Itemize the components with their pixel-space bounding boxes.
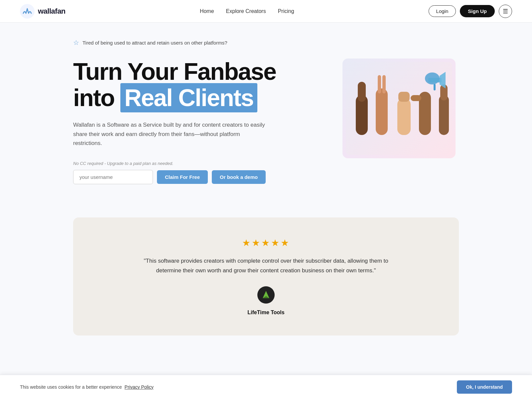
nav-actions: Login Sign Up ☰ xyxy=(429,5,512,18)
nav-home[interactable]: Home xyxy=(200,8,214,14)
svg-rect-5 xyxy=(378,75,381,93)
privacy-policy-link[interactable]: Privacy Policy xyxy=(125,384,154,390)
star-icon: ☆ xyxy=(73,39,79,47)
cookie-message: This website uses cookies for a better e… xyxy=(20,384,122,390)
hero-form: Claim For Free Or book a demo xyxy=(73,170,306,184)
logo-text: wallafan xyxy=(38,7,66,16)
claim-button[interactable]: Claim For Free xyxy=(157,170,208,184)
svg-rect-6 xyxy=(382,75,386,93)
login-button[interactable]: Login xyxy=(429,5,456,17)
username-input[interactable] xyxy=(73,170,153,184)
testimonial-quote: "This software provides creators with co… xyxy=(141,256,391,276)
hero-left: Turn Your Fanbase into Real Clients Wall… xyxy=(73,59,306,184)
hero-illustration xyxy=(342,59,456,158)
svg-point-0 xyxy=(20,4,35,19)
testimonial-section: ★★★★★ "This software provides creators w… xyxy=(53,217,479,335)
navbar: wallafan Home Explore Creators Pricing L… xyxy=(0,0,532,23)
hero-banner-text: Tired of being used to attract and retai… xyxy=(82,40,227,46)
menu-button[interactable]: ☰ xyxy=(499,5,512,18)
hero-banner: ☆ Tired of being used to attract and ret… xyxy=(73,39,459,47)
svg-rect-11 xyxy=(439,95,449,135)
hero-title-highlight: Real Clients xyxy=(120,83,257,112)
hero-form-note: No CC required - Upgrade to a paid plan … xyxy=(73,161,306,166)
cookie-accept-button[interactable]: Ok, I understand xyxy=(457,380,512,394)
menu-icon: ☰ xyxy=(503,8,508,15)
stars-rating: ★★★★★ xyxy=(106,237,426,248)
hands-svg xyxy=(346,62,452,155)
lifetime-logo-icon xyxy=(260,289,272,301)
svg-rect-10 xyxy=(411,95,421,101)
hero-content: Turn Your Fanbase into Real Clients Wall… xyxy=(73,59,459,184)
svg-rect-8 xyxy=(398,92,410,102)
logo[interactable]: wallafan xyxy=(20,4,66,19)
cookie-text: This website uses cookies for a better e… xyxy=(20,384,154,390)
hero-section: ☆ Tired of being used to attract and ret… xyxy=(53,23,479,198)
svg-rect-7 xyxy=(397,98,411,135)
logo-icon xyxy=(20,4,35,19)
nav-links: Home Explore Creators Pricing xyxy=(200,8,294,14)
nav-explore[interactable]: Explore Creators xyxy=(226,8,266,14)
testimonial-author: LifeTime Tools xyxy=(106,286,426,316)
author-name: LifeTime Tools xyxy=(247,310,284,316)
hero-title: Turn Your Fanbase into Real Clients xyxy=(73,59,306,111)
hero-description: Wallafan is a Software as a Service buil… xyxy=(73,120,266,148)
svg-rect-4 xyxy=(376,88,388,135)
author-avatar xyxy=(257,286,275,304)
hero-image xyxy=(339,59,459,158)
testimonial-card: ★★★★★ "This software provides creators w… xyxy=(73,217,459,335)
svg-rect-3 xyxy=(358,82,366,102)
svg-rect-15 xyxy=(434,84,436,90)
cookie-banner: This website uses cookies for a better e… xyxy=(0,375,532,399)
signup-button[interactable]: Sign Up xyxy=(460,5,495,17)
nav-pricing[interactable]: Pricing xyxy=(278,8,294,14)
demo-button[interactable]: Or book a demo xyxy=(212,170,266,184)
